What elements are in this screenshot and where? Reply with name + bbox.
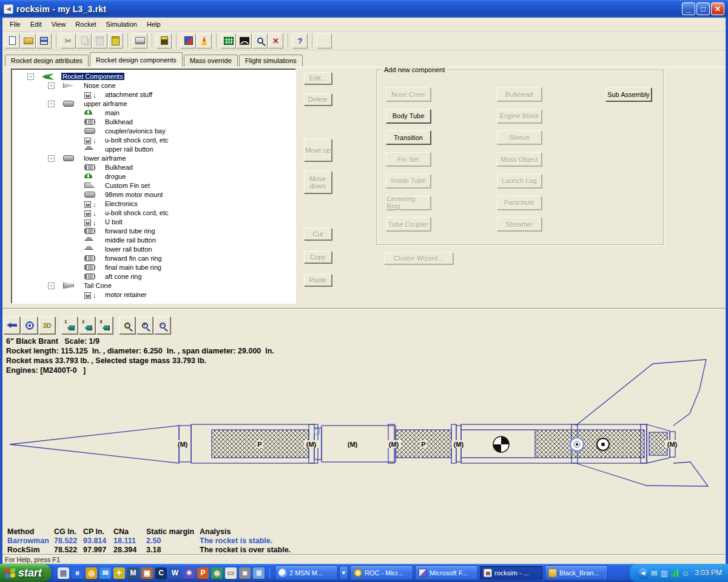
zoom-fit-button[interactable] xyxy=(119,316,135,334)
powerpoint-icon[interactable]: P xyxy=(197,567,209,579)
c-app-icon[interactable]: C xyxy=(155,567,167,579)
stage-2-button[interactable]: 2 xyxy=(79,316,95,334)
add-tube-coupler-button[interactable]: Tube Coupler xyxy=(386,217,431,231)
add-centering-ring-button[interactable]: Centering Ring xyxy=(386,196,431,210)
outlook-express-icon[interactable]: ✉ xyxy=(99,567,111,579)
tab-rocket-design-components[interactable]: Rocket design components xyxy=(90,52,183,67)
paste-toolbar-button[interactable] xyxy=(92,33,107,48)
back-view-button[interactable] xyxy=(21,316,38,334)
side-view-button[interactable] xyxy=(4,316,20,334)
pane-splitter[interactable] xyxy=(2,308,726,314)
tree-item[interactable]: 98mm motor mount xyxy=(12,190,295,199)
tab-flight-simulations[interactable]: Flight simulations xyxy=(239,55,303,67)
paste-button[interactable]: Paste xyxy=(304,274,332,286)
menu-rocket[interactable]: Rocket xyxy=(70,19,101,30)
add-sub-assembly-button[interactable]: Sub Assembly xyxy=(605,87,652,101)
add-engine-block-button[interactable]: Engine Block xyxy=(497,109,542,123)
zoom-toolbar-button[interactable] xyxy=(252,33,268,48)
copy-toolbar-button[interactable] xyxy=(76,33,92,48)
tree-item[interactable]: −Tail Cone xyxy=(12,281,295,290)
3d-view-button[interactable]: 3D xyxy=(39,316,55,334)
collapse-box-icon[interactable]: − xyxy=(48,283,55,289)
menu-file[interactable]: File xyxy=(5,19,25,30)
tree-item[interactable]: main xyxy=(12,109,295,118)
collapse-box-icon[interactable]: − xyxy=(48,155,55,162)
add-launch-lug-button[interactable]: Launch Lug xyxy=(497,174,542,188)
add-mass-object-button[interactable]: Mass Object xyxy=(497,152,542,166)
add-body-tube-button[interactable]: Body Tube xyxy=(386,109,431,123)
cluster-wizard-button[interactable]: Cluster Wizard... xyxy=(384,252,453,264)
task-msf[interactable]: Microsoft F... xyxy=(415,566,478,580)
word-icon[interactable]: W xyxy=(169,567,181,579)
add-streamer-button[interactable]: Streamer xyxy=(497,217,542,231)
camera-icon[interactable]: ◙ xyxy=(239,567,251,579)
globe-icon[interactable]: ◉ xyxy=(211,567,223,579)
start-button[interactable]: start xyxy=(0,564,52,582)
print-toolbar-button[interactable] xyxy=(132,33,147,48)
collapse-box-icon[interactable]: − xyxy=(48,82,55,89)
tree-item[interactable]: M↓u-bolt shock cord, etc xyxy=(12,136,295,145)
msn-gold-icon[interactable]: ◎ xyxy=(86,567,97,579)
move-up-button[interactable]: Move up xyxy=(304,139,332,161)
tree-item[interactable]: upper rail button xyxy=(12,145,295,154)
add-transition-button[interactable]: Transition xyxy=(386,130,431,144)
photo-icon[interactable]: ▣ xyxy=(141,567,153,579)
delete-button[interactable]: Delete xyxy=(304,93,332,105)
zoom-in-button[interactable]: + xyxy=(136,316,153,334)
report-toolbar-button[interactable] xyxy=(157,33,172,48)
stage-1-button[interactable]: 1 xyxy=(61,316,78,334)
card-icon[interactable]: ▭ xyxy=(225,567,237,579)
internet-explorer-icon[interactable]: e xyxy=(72,567,83,579)
menu-simulation[interactable]: Simulation xyxy=(101,19,142,30)
tree-item[interactable]: aft cone ring xyxy=(12,272,295,281)
menu-help[interactable]: Help xyxy=(142,19,166,30)
collapse-box-icon[interactable]: − xyxy=(48,101,55,107)
tab-mass-override[interactable]: Mass override xyxy=(184,55,238,67)
tree-item[interactable]: final main tube ring xyxy=(12,263,295,272)
tree-item[interactable]: M↓attachment stuff xyxy=(12,90,295,99)
minimize-button[interactable]: _ xyxy=(682,2,695,15)
launch-toolbar-button[interactable] xyxy=(197,33,212,48)
keys-icon[interactable]: ✦ xyxy=(113,567,125,579)
task-folder[interactable]: Black_Bran... xyxy=(545,566,608,580)
scale-toolbar-button[interactable] xyxy=(181,33,196,48)
tree-item[interactable]: −Nose cone xyxy=(12,81,295,90)
tree-item[interactable]: coupler/avionics bay xyxy=(12,127,295,136)
task-rocksim[interactable]: rocksim - ... xyxy=(480,566,543,580)
new-toolbar-button[interactable] xyxy=(5,33,20,48)
collapse-box-icon[interactable]: − xyxy=(27,73,34,80)
tree-item[interactable]: Custom Fin set xyxy=(12,181,295,190)
copy-button[interactable]: Copy xyxy=(304,251,332,263)
tree-item[interactable]: lower rail button xyxy=(12,245,295,254)
tree-item[interactable]: M↓u-bolt shock cord, etc xyxy=(12,209,295,218)
add-bulkhead-button[interactable]: Bulkhead xyxy=(497,87,542,101)
save-toolbar-button[interactable] xyxy=(36,33,52,48)
tree-item[interactable]: Bulkhead xyxy=(12,163,295,172)
add-parachute-button[interactable]: Parachute xyxy=(497,196,542,210)
delete-toolbar-button[interactable]: ✕ xyxy=(268,33,283,48)
remote-desktop-icon[interactable]: ✳ xyxy=(183,567,195,579)
tree-item[interactable]: Bulkhead xyxy=(12,118,295,127)
add-nose-cone-button[interactable]: Nose Cone xyxy=(386,87,431,101)
plot-toolbar-button[interactable] xyxy=(237,33,252,48)
tree-item[interactable]: −upper airframe xyxy=(12,99,295,109)
tree-item[interactable]: −lower airframe xyxy=(12,154,295,163)
tree-item[interactable]: −Rocket Components xyxy=(12,72,295,81)
mail-icon[interactable]: ✉ xyxy=(651,569,658,577)
tree-item[interactable]: M↓U bolt xyxy=(12,218,295,227)
move-down-button[interactable]: Move down xyxy=(304,171,332,193)
close-button[interactable]: ✕ xyxy=(711,2,724,15)
add-sleeve-button[interactable]: Sleeve xyxy=(497,130,542,144)
tree-item[interactable]: M↓Electronics xyxy=(12,199,295,209)
component-tree[interactable]: −Rocket Components−Nose coneM↓attachment… xyxy=(11,69,296,304)
task-roc[interactable]: ROC - Micr... xyxy=(350,566,413,580)
open-toolbar-button[interactable] xyxy=(21,33,36,48)
menu-view[interactable]: View xyxy=(47,19,71,30)
notes-icon[interactable]: ≣ xyxy=(253,567,265,579)
messenger-icon[interactable]: ☺ xyxy=(681,569,689,577)
maximize-button[interactable]: □ xyxy=(696,2,710,15)
task-butterfly[interactable]: 2 MSN M... xyxy=(275,566,338,580)
tree-item[interactable]: forward tube ring xyxy=(12,227,295,236)
tree-item[interactable]: M↓motor retainer xyxy=(12,290,295,299)
tree-item[interactable]: middle rail button xyxy=(12,236,295,245)
